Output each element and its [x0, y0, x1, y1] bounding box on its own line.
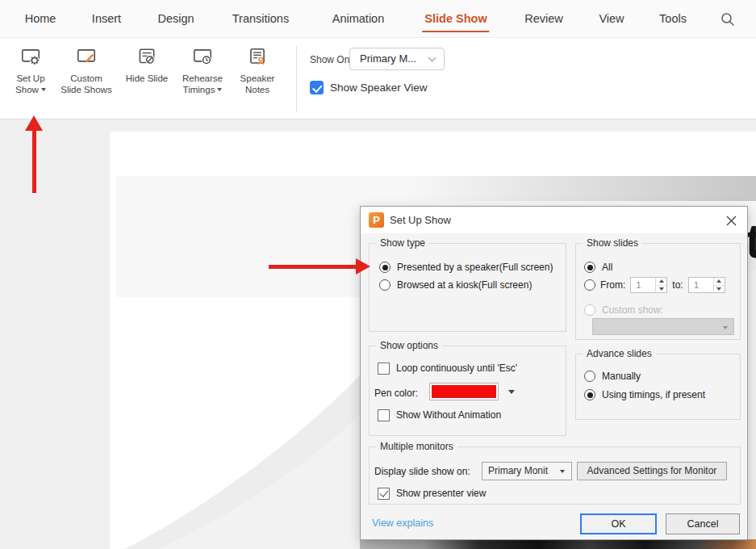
radio-presented-by-speaker-label: Presented by a speaker(Full screen) — [397, 262, 553, 273]
tab-insert[interactable]: Insert — [92, 0, 121, 38]
pen-color-picker[interactable] — [429, 383, 499, 400]
show-on-dropdown[interactable]: Primary M... — [349, 48, 445, 70]
speaker-notes-icon — [246, 46, 269, 69]
close-icon[interactable] — [721, 211, 741, 230]
advance-slides-group: Advance slides Manually Using timings, i… — [575, 354, 741, 420]
display-slide-show-on-label: Display slide show on: — [374, 466, 470, 477]
speaker-notes-button[interactable]: Speaker Notes — [232, 46, 282, 115]
pen-color-swatch — [432, 385, 496, 398]
rehearse-timings-label-line2: Timings — [183, 85, 215, 96]
ok-button[interactable]: OK — [580, 513, 657, 534]
annotation-arrow-right — [356, 258, 370, 274]
advanced-settings-button[interactable]: Advanced Settings for Monitor — [577, 462, 727, 480]
chevron-down-icon — [428, 54, 436, 62]
annotation-arrow-right-shaft — [269, 265, 357, 269]
from-label: From: — [600, 279, 625, 291]
set-up-show-label-line2: Show — [15, 85, 39, 96]
radio-manually[interactable] — [584, 371, 595, 382]
rehearse-timings-button[interactable]: Rehearse Timings — [174, 46, 231, 115]
show-options-group-label: Show options — [376, 340, 442, 352]
rehearse-timings-label-line1: Rehearse — [182, 73, 223, 85]
speaker-notes-label-line2: Notes — [245, 85, 269, 96]
speaker-notes-label-line1: Speaker — [240, 73, 275, 85]
loop-continuously-checkbox[interactable] — [378, 363, 390, 375]
display-monitor-dropdown[interactable]: Primary Monit — [482, 462, 572, 480]
tab-design[interactable]: Design — [157, 0, 194, 38]
ribbon-divider — [296, 46, 297, 112]
dialog-title: Set Up Show — [390, 207, 451, 233]
loop-continuously-label: Loop continuously until 'Esc' — [396, 363, 517, 374]
show-speaker-view-label: Show Speaker View — [330, 82, 428, 94]
show-presenter-view-checkbox[interactable] — [378, 488, 390, 500]
show-without-animation-label: Show Without Animation — [396, 409, 501, 421]
pen-color-dropdown-button[interactable] — [503, 383, 520, 400]
show-slides-group-label: Show slides — [583, 237, 642, 249]
custom-slide-shows-label-line2: Slide Shows — [61, 85, 111, 96]
annotation-arrow-up-shaft — [32, 130, 36, 193]
search-icon[interactable] — [720, 12, 735, 27]
radio-presented-by-speaker[interactable] — [379, 262, 391, 273]
presentation-app-window: Home Insert Design Transitions Animation… — [0, 0, 756, 549]
display-monitor-value: Primary Monit — [488, 463, 548, 480]
spin-up-button[interactable] — [714, 278, 725, 286]
dialog-title-bar[interactable]: P Set Up Show — [361, 207, 747, 233]
radio-manually-label: Manually — [602, 371, 641, 382]
to-slide-stepper[interactable]: 1 — [688, 277, 725, 293]
set-up-show-label-line1: Set Up — [16, 73, 44, 85]
show-options-group: Show options Loop continuously until 'Es… — [369, 346, 566, 436]
show-speaker-view-checkbox[interactable] — [310, 81, 324, 94]
chevron-down-icon — [560, 470, 565, 473]
to-label: to: — [672, 279, 683, 291]
hide-slide-icon — [136, 46, 158, 69]
spin-down-button[interactable] — [656, 286, 666, 293]
show-type-group: Show type Presented by a speaker(Full sc… — [369, 243, 566, 332]
show-type-group-label: Show type — [376, 237, 429, 249]
to-slide-value: 1 — [694, 278, 699, 292]
radio-using-timings[interactable] — [584, 389, 595, 400]
menu-bar: Home Insert Design Transitions Animation… — [0, 0, 756, 38]
spin-up-button[interactable] — [656, 278, 666, 286]
from-slide-value: 1 — [636, 278, 641, 292]
set-up-show-dialog: P Set Up Show Show type Presented by a s… — [360, 206, 748, 540]
show-on-value: Primary M... — [360, 48, 416, 69]
radio-all-slides[interactable] — [584, 262, 595, 273]
chevron-down-icon — [723, 326, 728, 329]
hide-slide-button[interactable]: Hide Slide — [120, 46, 173, 115]
dropdown-caret-icon — [41, 88, 46, 91]
from-slide-stepper[interactable]: 1 — [630, 277, 667, 293]
multiple-monitors-group: Multiple monitors Display slide show on:… — [369, 446, 741, 505]
show-without-animation-checkbox[interactable] — [378, 409, 390, 421]
radio-browsed-at-kiosk[interactable] — [379, 279, 391, 291]
radio-browsed-at-kiosk-label: Browsed at a kiosk(Full screen) — [397, 279, 532, 291]
view-explains-link[interactable]: View explains — [372, 518, 433, 529]
radio-custom-show — [584, 304, 595, 316]
radio-custom-show-label: Custom show: — [602, 304, 663, 316]
pen-color-label: Pen color: — [374, 388, 418, 399]
tab-tools[interactable]: Tools — [659, 0, 687, 38]
advance-slides-group-label: Advance slides — [583, 348, 656, 360]
hide-slide-label: Hide Slide — [126, 73, 168, 85]
dropdown-caret-icon — [217, 88, 222, 91]
slide-photo-strip — [360, 539, 756, 549]
spin-down-button[interactable] — [714, 286, 725, 293]
custom-slide-shows-button[interactable]: Custom Slide Shows — [56, 46, 117, 115]
ribbon: Set Up Show Custom Slide Shows Hide Slid… — [0, 38, 756, 119]
cancel-button[interactable]: Cancel — [666, 513, 740, 534]
presentation-app-icon: P — [369, 212, 384, 228]
tab-slide-show[interactable]: Slide Show — [424, 0, 487, 38]
custom-slide-shows-icon — [75, 46, 98, 69]
show-presenter-view-label: Show presenter view — [396, 488, 486, 499]
tab-home[interactable]: Home — [25, 0, 56, 38]
annotation-arrow-up — [25, 115, 43, 131]
tab-review[interactable]: Review — [524, 0, 563, 38]
radio-using-timings-label: Using timings, if present — [602, 389, 705, 400]
radio-all-slides-label: All — [602, 262, 612, 273]
multiple-monitors-group-label: Multiple monitors — [376, 441, 457, 453]
radio-from-to[interactable] — [584, 279, 595, 291]
tab-transitions[interactable]: Transitions — [232, 0, 289, 38]
set-up-show-button[interactable]: Set Up Show — [6, 46, 56, 115]
tab-view[interactable]: View — [599, 0, 624, 38]
tab-animation[interactable]: Animation — [332, 0, 384, 38]
rehearse-timings-icon — [191, 46, 214, 69]
show-slides-group: Show slides All From: 1 to: 1 — [575, 243, 741, 340]
